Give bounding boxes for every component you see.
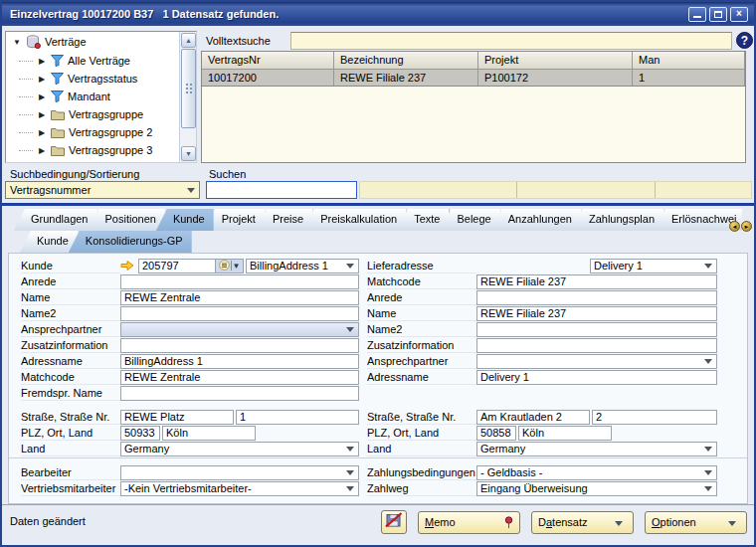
tree-item-vertragsgruppe[interactable]: ▶Vertragsgruppe bbox=[6, 105, 179, 123]
dropdown[interactable]: Eingang Überweisung bbox=[476, 481, 717, 496]
results-table: VertragsNrBezeichnungProjektMan 10017200… bbox=[201, 51, 746, 163]
collapse-triangle-icon[interactable]: ▼ bbox=[12, 38, 22, 47]
column-header-vertragsnr[interactable]: VertragsNr bbox=[202, 52, 334, 69]
dropdown[interactable]: BillingAddress 1 bbox=[246, 259, 359, 274]
text-input[interactable] bbox=[120, 274, 359, 289]
tab-positionen[interactable]: Positionen bbox=[89, 209, 165, 231]
save-disabled-button[interactable] bbox=[381, 510, 407, 534]
tab-zahlungsplan[interactable]: Zahlungsplan bbox=[572, 209, 663, 231]
scrollbar-thumb[interactable] bbox=[181, 49, 196, 128]
suchen-input[interactable] bbox=[206, 181, 357, 199]
text-input[interactable] bbox=[120, 338, 359, 353]
text-input[interactable]: Köln bbox=[162, 426, 256, 441]
tree-item-mandant[interactable]: ▶Mandant bbox=[6, 88, 179, 105]
expand-triangle-icon[interactable]: ▶ bbox=[37, 110, 47, 119]
customer-code-input[interactable]: 205797▼ bbox=[138, 259, 244, 274]
subtab-konsolidierungs-gp[interactable]: Konsolidierungs-GP bbox=[69, 231, 192, 253]
tree-item-gespeicherte-filter[interactable]: ▶Gespeicherte Filter bbox=[6, 159, 179, 162]
text-input[interactable]: 50858 bbox=[476, 426, 516, 441]
subtab-kunde[interactable]: Kunde bbox=[20, 231, 78, 253]
search-extra-fields[interactable] bbox=[359, 181, 752, 199]
field-label: PLZ, Ort, Land bbox=[367, 426, 476, 441]
tab-grundlagen[interactable]: Grundlagen bbox=[14, 209, 97, 231]
field-label: Straße, Straße Nr. bbox=[367, 410, 476, 425]
tree-item-alle-verträge[interactable]: ▶Alle Verträge bbox=[6, 52, 179, 70]
tree-item-label[interactable]: Vertragsgruppe bbox=[69, 108, 143, 120]
field-label: Zahlweg bbox=[367, 481, 476, 496]
column-header-man[interactable]: Man bbox=[633, 52, 745, 69]
fulltext-search-input[interactable] bbox=[290, 32, 732, 50]
tree-scrollbar[interactable]: ▲ ▼ bbox=[179, 32, 196, 162]
maximize-button[interactable] bbox=[709, 7, 727, 22]
dropdown[interactable]: - Geldbasis - bbox=[476, 465, 717, 480]
text-input[interactable] bbox=[120, 386, 359, 401]
tab-preiskalkulation[interactable]: Preiskalkulation bbox=[303, 209, 406, 231]
title-bar[interactable]: Einzelvertrag 10017200 B37 1 Datensatz g… bbox=[2, 2, 754, 26]
tree-item-label[interactable]: Mandant bbox=[68, 91, 110, 102]
tree-root-vertraege[interactable]: ▼ Verträge bbox=[6, 32, 179, 52]
minimize-button[interactable] bbox=[688, 7, 706, 22]
tab-scroll-right-icon[interactable]: ► bbox=[741, 221, 752, 232]
text-input[interactable]: Am Krautladen 2 bbox=[476, 410, 590, 425]
text-input[interactable] bbox=[476, 322, 717, 337]
text-input[interactable]: Delivery 1 bbox=[476, 370, 717, 385]
text-input[interactable]: 2 bbox=[592, 410, 717, 425]
tree-item-vertragsstatus[interactable]: ▶Vertragsstatus bbox=[6, 70, 179, 88]
text-input[interactable]: REWE Platz bbox=[120, 410, 234, 425]
tree-item-vertragsgruppe-2[interactable]: ▶Vertragsgruppe 2 bbox=[6, 123, 179, 141]
choose-from-list-icon[interactable] bbox=[219, 259, 230, 274]
expand-triangle-icon[interactable]: ▶ bbox=[37, 146, 47, 155]
field-row-name2: Name2 bbox=[21, 305, 359, 321]
expand-triangle-icon[interactable]: ▶ bbox=[37, 128, 47, 137]
column-header-bezeichnung[interactable]: Bezeichnung bbox=[334, 52, 478, 69]
dropdown[interactable] bbox=[476, 354, 717, 369]
dropdown[interactable]: Germany bbox=[476, 442, 717, 456]
dropdown[interactable]: Delivery 1 bbox=[590, 259, 717, 274]
tree-connector bbox=[19, 114, 33, 115]
dropdown[interactable]: Germany bbox=[120, 442, 359, 456]
button-datensatz[interactable]: Datensatz bbox=[531, 511, 634, 534]
text-input[interactable] bbox=[120, 306, 359, 321]
expand-triangle-icon[interactable]: ▶ bbox=[37, 75, 47, 84]
text-input[interactable]: 50933 bbox=[120, 426, 160, 441]
field-row-matchcode: MatchcodeREWE Filiale 237 bbox=[367, 274, 717, 289]
dropdown[interactable]: -Kein Vertriebsmitarbeiter- bbox=[120, 481, 359, 496]
field-label: Bearbeiter bbox=[21, 465, 120, 480]
tree-item-vertragsgruppe-3[interactable]: ▶Vertragsgruppe 3 bbox=[6, 141, 179, 159]
scroll-up-icon[interactable]: ▲ bbox=[181, 33, 196, 48]
text-input[interactable]: REWE Zentrale bbox=[120, 290, 359, 305]
expand-triangle-icon[interactable]: ▶ bbox=[37, 57, 47, 66]
text-input[interactable]: REWE Zentrale bbox=[120, 370, 359, 385]
help-icon[interactable]: ? bbox=[736, 32, 753, 49]
text-input[interactable] bbox=[476, 338, 717, 353]
dropdown[interactable] bbox=[120, 465, 359, 480]
tree-item-label[interactable]: Vertragsgruppe 3 bbox=[69, 144, 152, 156]
button-optionen[interactable]: Optionen bbox=[645, 511, 747, 534]
text-input[interactable]: REWE Filiale 237 bbox=[476, 274, 717, 289]
tree-item-label[interactable]: Alle Verträge bbox=[68, 55, 130, 67]
text-input[interactable]: 1 bbox=[236, 410, 359, 425]
scroll-down-icon[interactable]: ▼ bbox=[181, 146, 196, 161]
tab-belege[interactable]: Belege bbox=[440, 209, 499, 231]
grip-dots-icon bbox=[186, 84, 188, 86]
tab-projekt[interactable]: Projekt bbox=[205, 209, 265, 231]
tree-item-label[interactable]: Vertragsstatus bbox=[68, 73, 137, 85]
chevron-down-icon[interactable]: ▼ bbox=[233, 262, 241, 271]
tree-root-label[interactable]: Verträge bbox=[45, 36, 87, 48]
link-arrow-icon[interactable] bbox=[120, 260, 134, 272]
text-input[interactable] bbox=[476, 290, 717, 305]
tab-anzahlungen[interactable]: Anzahlungen bbox=[491, 209, 581, 231]
tree-connector bbox=[19, 96, 33, 97]
tab-scroll-left-icon[interactable]: ◄ bbox=[729, 221, 740, 232]
table-row[interactable]: 10017200REWE Filiale 237P1001721 bbox=[202, 70, 745, 87]
search-condition-dropdown[interactable]: Vertragsnummer bbox=[5, 181, 200, 199]
dropdown[interactable] bbox=[120, 322, 359, 337]
button-memo[interactable]: Memo bbox=[418, 511, 520, 534]
expand-triangle-icon[interactable]: ▶ bbox=[37, 92, 47, 101]
text-input[interactable]: BillingAddress 1 bbox=[120, 354, 359, 369]
close-button[interactable]: × bbox=[730, 7, 748, 22]
text-input[interactable]: Köln bbox=[518, 426, 612, 441]
text-input[interactable]: REWE Filiale 237 bbox=[476, 306, 717, 321]
column-header-projekt[interactable]: Projekt bbox=[478, 52, 633, 69]
tree-item-label[interactable]: Vertragsgruppe 2 bbox=[69, 126, 152, 138]
